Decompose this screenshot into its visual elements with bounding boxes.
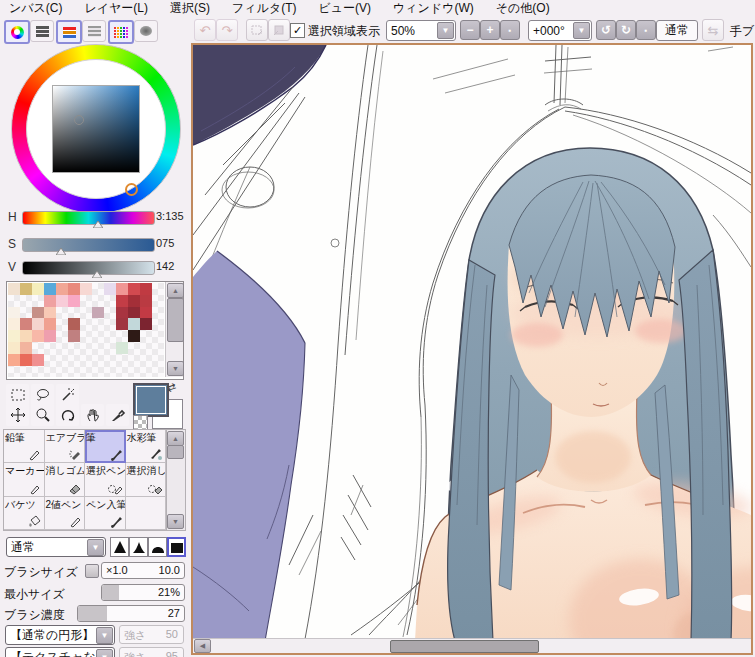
swatch-empty[interactable] (116, 354, 128, 366)
angle-field[interactable]: +000° ▼ (528, 20, 592, 41)
swatch[interactable] (140, 295, 152, 307)
swatch-empty[interactable] (116, 330, 128, 342)
brush-item-inking-brush[interactable]: ペン入筆 (85, 497, 126, 530)
swatch-empty[interactable] (68, 366, 80, 378)
brush-item-pencil[interactable]: 鉛筆 (4, 430, 45, 463)
swatch[interactable] (80, 283, 92, 295)
brush-item-binary-pen[interactable]: 2値ペン (45, 497, 86, 530)
rotate-reset-button[interactable]: ▪ (636, 20, 656, 40)
swatch-empty[interactable] (56, 318, 68, 330)
swatch[interactable] (116, 342, 128, 354)
redo-button[interactable]: ↷ (216, 19, 238, 41)
swatch[interactable] (116, 295, 128, 307)
swatch-empty[interactable] (128, 354, 140, 366)
swatch-empty[interactable] (68, 307, 80, 319)
flip-canvas-button[interactable]: ⇆ (702, 19, 724, 41)
swatch[interactable] (116, 283, 128, 295)
brush-item-brush[interactable]: 筆 (85, 430, 126, 463)
transparent-color-button[interactable] (133, 415, 148, 430)
swatch-empty[interactable] (140, 366, 152, 378)
swatch[interactable] (68, 330, 80, 342)
swatch[interactable] (32, 354, 44, 366)
swatch-empty[interactable] (104, 354, 116, 366)
swatch-empty[interactable] (104, 366, 116, 378)
swatch[interactable] (140, 318, 152, 330)
scroll-left-button[interactable]: ◀ (194, 639, 211, 653)
swatch[interactable] (32, 318, 44, 330)
swatch[interactable] (68, 283, 80, 295)
swatch-empty[interactable] (44, 366, 56, 378)
swatch[interactable] (68, 318, 80, 330)
min-size-slider[interactable]: 21% (101, 584, 185, 601)
swatch[interactable] (128, 330, 140, 342)
swatch-empty[interactable] (32, 366, 44, 378)
swatch-empty[interactable] (32, 295, 44, 307)
swatch-empty[interactable] (56, 330, 68, 342)
magic-wand-tool[interactable] (56, 384, 79, 406)
menu-layer[interactable]: レイヤー(L) (76, 0, 162, 17)
scroll-thumb[interactable] (167, 445, 184, 459)
rotate-ccw-button[interactable]: ↺ (596, 20, 616, 40)
menu-canvas[interactable]: ンバス(C) (0, 0, 76, 17)
swatch-empty[interactable] (8, 366, 20, 378)
canvas-h-scrollbar[interactable]: ◀ (193, 638, 751, 653)
saturation-slider-marker[interactable] (56, 248, 66, 255)
foreground-color-square[interactable] (133, 383, 169, 417)
swatch[interactable] (128, 307, 140, 319)
menu-view[interactable]: ビュー(V) (309, 0, 384, 17)
swatch[interactable] (68, 295, 80, 307)
selection-op-button-1[interactable] (246, 19, 268, 41)
swatch-empty[interactable] (140, 354, 152, 366)
swatch[interactable] (32, 283, 44, 295)
swatch-empty[interactable] (128, 366, 140, 378)
swatch-empty[interactable] (44, 342, 56, 354)
color-wheel-mode-button[interactable] (4, 20, 30, 44)
swatch[interactable] (8, 330, 20, 342)
zoom-out-button[interactable]: − (460, 20, 480, 40)
swatch[interactable] (56, 283, 68, 295)
swatch-empty[interactable] (56, 354, 68, 366)
hue-slider-marker[interactable] (93, 221, 103, 228)
swatch-empty[interactable] (152, 354, 164, 366)
brush-item-watercolor[interactable]: 水彩筆 (126, 430, 167, 463)
chevron-down-button[interactable]: ▼ (96, 649, 113, 657)
swatch[interactable] (128, 318, 140, 330)
scroll-down-button[interactable]: ▼ (167, 361, 184, 376)
brush-size-unit-button[interactable] (85, 564, 99, 578)
rect-select-tool[interactable] (6, 384, 29, 406)
angle-dropdown-button[interactable]: ▼ (573, 22, 590, 39)
swatch[interactable] (104, 283, 116, 295)
brush-texture-dropdown[interactable]: 【テクスチャなし】 ▼ (5, 647, 115, 657)
brush-item-empty[interactable] (126, 497, 167, 530)
edge-shape-curve[interactable] (129, 537, 148, 557)
swatch[interactable] (128, 295, 140, 307)
swatch-empty[interactable] (80, 342, 92, 354)
swatch[interactable] (8, 354, 20, 366)
swatch-empty[interactable] (128, 342, 140, 354)
eyedropper-tool[interactable] (106, 404, 129, 426)
selection-display-checkbox[interactable]: ✓ (290, 23, 305, 38)
swatch-empty[interactable] (152, 307, 164, 319)
brush-item-bucket[interactable]: バケツ (4, 497, 45, 530)
brush-scrollbar[interactable]: ▲ ▼ (166, 429, 186, 531)
scroll-up-button[interactable]: ▲ (167, 283, 184, 298)
brush-item-eraser[interactable]: 消しゴム (45, 463, 86, 496)
swatch-empty[interactable] (92, 295, 104, 307)
scroll-thumb[interactable] (390, 640, 539, 653)
swatch[interactable] (44, 307, 56, 319)
swatch-empty[interactable] (68, 342, 80, 354)
swatch-empty[interactable] (152, 283, 164, 295)
zoom-in-button[interactable]: + (480, 20, 500, 40)
swatch-empty[interactable] (140, 342, 152, 354)
swatch[interactable] (32, 330, 44, 342)
swatch[interactable] (128, 283, 140, 295)
density-slider[interactable]: 27 (77, 605, 185, 622)
lasso-tool[interactable] (31, 384, 54, 406)
swatch-empty[interactable] (104, 318, 116, 330)
edge-shape-dome[interactable] (148, 537, 167, 557)
swatch[interactable] (116, 307, 128, 319)
move-tool[interactable] (6, 404, 29, 426)
zoom-field[interactable]: 50% ▼ (386, 20, 456, 41)
swatch[interactable] (44, 283, 56, 295)
swatch[interactable] (8, 307, 20, 319)
